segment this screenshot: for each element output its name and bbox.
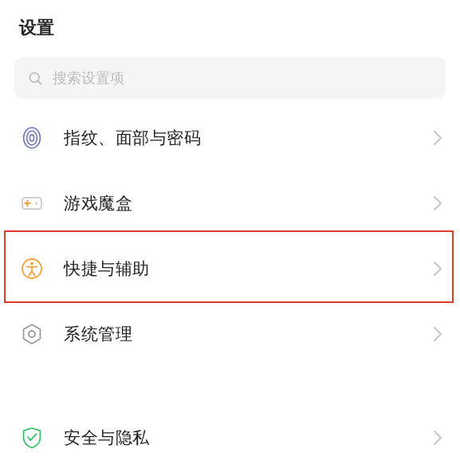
row-security-privacy[interactable]: 安全与隐私 xyxy=(0,405,460,470)
search-box[interactable] xyxy=(14,57,446,99)
svg-marker-15 xyxy=(24,325,41,344)
row-shortcuts-accessibility[interactable]: 快捷与辅助 xyxy=(0,236,460,301)
page-header: 设置 xyxy=(0,0,460,53)
row-label: 系统管理 xyxy=(64,323,433,345)
svg-point-8 xyxy=(35,202,37,204)
svg-point-16 xyxy=(29,331,35,337)
row-system-management[interactable]: 系统管理 xyxy=(0,301,460,367)
svg-line-14 xyxy=(32,271,35,276)
chevron-right-icon xyxy=(433,130,442,146)
row-label: 快捷与辅助 xyxy=(64,258,433,280)
svg-point-3 xyxy=(27,131,37,145)
svg-line-13 xyxy=(29,271,32,276)
row-label: 游戏魔盒 xyxy=(64,192,433,214)
fingerprint-icon xyxy=(18,124,46,152)
section-spacer xyxy=(0,367,460,405)
row-label: 指纹、面部与密码 xyxy=(64,127,433,149)
search-input[interactable] xyxy=(53,70,433,87)
svg-line-1 xyxy=(38,81,41,85)
svg-point-10 xyxy=(30,262,33,266)
svg-point-4 xyxy=(29,135,33,141)
chevron-right-icon xyxy=(433,430,442,446)
accessibility-icon xyxy=(18,254,46,283)
gear-hex-icon xyxy=(18,320,46,348)
row-label: 安全与隐私 xyxy=(64,427,433,449)
chevron-right-icon xyxy=(433,326,442,342)
row-game-box[interactable]: 游戏魔盒 xyxy=(0,171,460,236)
search-icon xyxy=(27,70,43,86)
gamepad-icon xyxy=(18,189,46,218)
settings-list: 指纹、面部与密码 游戏魔盒 xyxy=(0,105,460,470)
shield-check-icon xyxy=(18,423,46,452)
chevron-right-icon xyxy=(433,261,442,277)
chevron-right-icon xyxy=(433,195,442,211)
page-title: 设置 xyxy=(19,16,441,40)
row-fingerprint-face-password[interactable]: 指纹、面部与密码 xyxy=(0,105,460,171)
